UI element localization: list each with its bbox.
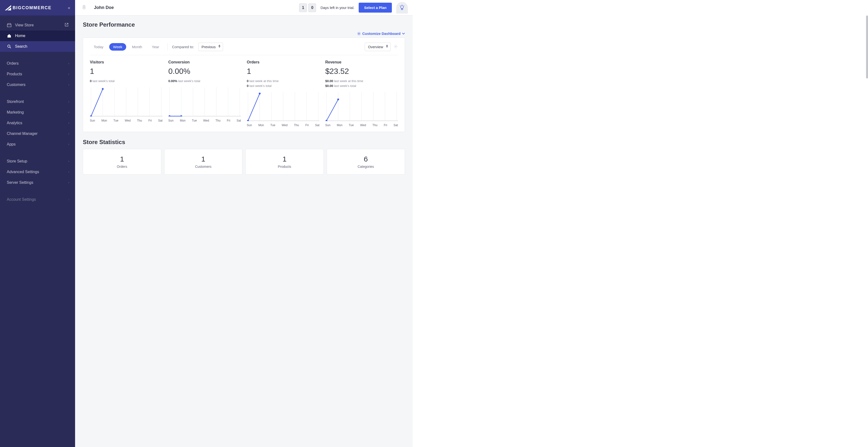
svg-line-10 <box>400 6 400 6</box>
customize-dashboard-button[interactable]: Customize Dashboard <box>357 31 405 36</box>
sidebar-item-server-settings[interactable]: Server Settings› <box>0 177 75 188</box>
sidebar-item-advanced-settings[interactable]: Advanced Settings› <box>0 167 75 177</box>
select-plan-button[interactable]: Select a Plan <box>359 3 392 12</box>
stat-label: Customers <box>170 165 237 168</box>
svg-point-43 <box>259 93 261 95</box>
svg-rect-8 <box>401 9 403 10</box>
main-area: John Doe 1 0 Days left in your trial. Se… <box>75 0 413 447</box>
metric-title: Revenue <box>325 60 398 64</box>
brand-logo: BIGCOMMERCE <box>5 5 52 10</box>
svg-point-6 <box>84 9 85 10</box>
sidebar-item-search[interactable]: Search <box>0 41 75 52</box>
metric-title: Orders <box>247 60 319 64</box>
sidebar-item-orders[interactable]: Orders› <box>0 58 75 69</box>
sidebar: BIGCOMMERCE « View Store Ho <box>0 0 75 447</box>
collapse-sidebar-button[interactable]: « <box>68 5 70 10</box>
stat-card-categories[interactable]: 6Categories <box>327 149 405 174</box>
nav-label: Server Settings <box>7 181 68 185</box>
sidebar-item-view-store[interactable]: View Store <box>0 20 75 31</box>
chevron-down-icon <box>402 33 405 35</box>
sidebar-item-channel-manager[interactable]: Channel Manager› <box>0 128 75 139</box>
performance-panel: TodayWeekMonthYear Compared to: Previous… <box>83 37 405 132</box>
nav-label: Home <box>15 34 68 38</box>
metric-value: 1 <box>247 67 319 76</box>
svg-point-53 <box>337 99 339 100</box>
metric-title: Visitors <box>90 60 162 64</box>
chevron-right-icon: › <box>68 170 69 173</box>
range-tab-month[interactable]: Month <box>128 43 146 51</box>
range-tab-today[interactable]: Today <box>90 43 107 51</box>
metric-sparkline: SunMonTueWedThuFriSat <box>90 88 162 122</box>
nav-label: Apps <box>7 142 68 147</box>
sidebar-item-analytics[interactable]: Analytics› <box>0 118 75 128</box>
chevron-right-icon: › <box>68 160 69 163</box>
svg-point-23 <box>102 88 104 90</box>
tips-button[interactable] <box>396 2 408 13</box>
stat-card-products[interactable]: 1Products <box>245 149 324 174</box>
nav-label: Channel Manager <box>7 131 68 136</box>
metric-compare-text: $0.00 last week at this time <box>325 79 398 84</box>
content: Store Performance Customize Dashboard To… <box>75 15 413 181</box>
nav-label: Customers <box>7 83 68 87</box>
chevron-right-icon: › <box>68 142 69 146</box>
home-icon <box>7 34 11 38</box>
compared-to-select[interactable]: Previous <box>198 43 223 51</box>
nav-label: Analytics <box>7 121 68 125</box>
stat-label: Products <box>251 165 318 168</box>
storefront-icon <box>7 23 11 27</box>
nav-label: Products <box>7 72 68 76</box>
stat-label: Categories <box>333 165 399 168</box>
chevron-right-icon: › <box>68 83 69 87</box>
metric-sparkline: SunMonTueWedThuFriSat <box>325 92 398 127</box>
svg-line-11 <box>404 6 404 6</box>
nav-label: Account Settings <box>7 197 68 202</box>
metric-compare-text: 0.00% last week's total <box>168 79 241 84</box>
chevron-right-icon: › <box>68 72 69 76</box>
chevron-right-icon: › <box>68 132 69 135</box>
trial-digit: 1 <box>299 3 307 12</box>
sidebar-item-products[interactable]: Products› <box>0 69 75 79</box>
metric-orders: Orders10 last week at this time0 last we… <box>247 60 319 127</box>
chart-axis-labels: SunMonTueWedThuFriSat <box>168 119 241 122</box>
nav-label: Store Setup <box>7 159 68 163</box>
range-tab-week[interactable]: Week <box>109 43 126 51</box>
svg-point-33 <box>180 115 182 117</box>
sidebar-item-marketing[interactable]: Marketing› <box>0 107 75 118</box>
sidebar-item-apps[interactable]: Apps› <box>0 139 75 150</box>
overview-select[interactable]: Overview <box>365 43 391 51</box>
panel-settings-icon[interactable] <box>394 44 398 50</box>
stat-card-orders[interactable]: 1Orders <box>83 149 161 174</box>
notifications-icon[interactable] <box>82 4 87 11</box>
date-range-tabs: TodayWeekMonthYear <box>90 43 163 51</box>
chevron-right-icon: › <box>68 62 69 65</box>
store-statistics-title: Store Statistics <box>83 139 405 146</box>
sidebar-nav: View Store Home Search Orders›Products› <box>0 15 75 205</box>
chevron-right-icon: › <box>68 121 69 125</box>
scrollbar[interactable] <box>866 15 868 78</box>
sidebar-item-store-setup[interactable]: Store Setup› <box>0 156 75 167</box>
metric-sparkline: SunMonTueWedThuFriSat <box>168 88 241 122</box>
sidebar-item-storefront[interactable]: Storefront› <box>0 96 75 107</box>
username[interactable]: John Doe <box>94 5 114 10</box>
nav-label: Orders <box>7 61 68 66</box>
gear-icon <box>357 32 361 36</box>
chart-axis-labels: SunMonTueWedThuFriSat <box>247 124 319 127</box>
metric-compare-text: 0 last week's total <box>247 84 319 88</box>
stat-card-customers[interactable]: 1Customers <box>164 149 243 174</box>
sidebar-item-account-settings[interactable]: Account Settings› <box>0 194 75 205</box>
metric-value: 0.00% <box>168 67 241 76</box>
metrics-grid: Visitors10 last week's totalSunMonTueWed… <box>90 60 398 127</box>
sidebar-item-home[interactable]: Home <box>0 31 75 41</box>
topbar: John Doe 1 0 Days left in your trial. Se… <box>75 0 413 15</box>
stat-value: 6 <box>333 155 399 163</box>
trial-days-counter: 1 0 <box>299 3 316 12</box>
trial-text: Days left in your trial. <box>320 6 354 10</box>
metric-sparkline: SunMonTueWedThuFriSat <box>247 92 319 127</box>
sidebar-item-customers[interactable]: Customers› <box>0 79 75 90</box>
range-tab-year[interactable]: Year <box>148 43 163 51</box>
metric-value: $23.52 <box>325 67 398 76</box>
search-icon <box>7 44 11 49</box>
nav-label: View Store <box>15 23 34 27</box>
metric-compare-text: $0.00 last week's total <box>325 84 398 88</box>
trial-digit: 0 <box>308 3 316 12</box>
